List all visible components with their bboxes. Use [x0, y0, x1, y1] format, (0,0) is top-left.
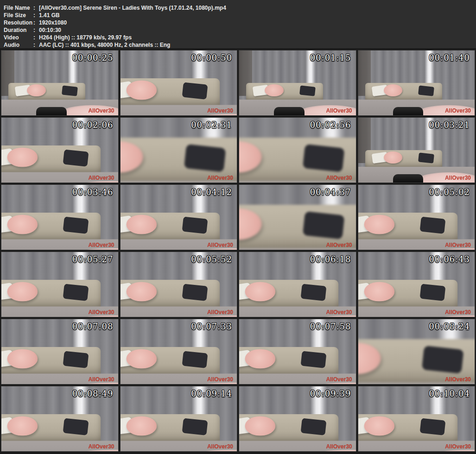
metadata-value: 1.41 GB — [39, 12, 472, 19]
metadata-row: Audio : AAC (LC) :: 401 kbps, 48000 Hz, … — [4, 41, 472, 49]
video-thumbnail[interactable]: 00:04:12 AllOver30 — [121, 185, 237, 250]
metadata-separator: : — [33, 19, 39, 26]
watermark-text: AllOver30 — [445, 443, 471, 450]
dark-pillow-shape — [63, 418, 88, 435]
timestamp-overlay: 00:03:46 — [72, 187, 114, 197]
video-thumbnail[interactable]: 00:08:24 AllOver30 — [358, 319, 475, 384]
dark-pillow-shape — [182, 216, 207, 233]
metadata-separator: : — [33, 26, 39, 34]
pink-pillow-shape — [364, 214, 394, 234]
video-thumbnail[interactable]: 00:06:18 AllOver30 — [239, 252, 356, 317]
timestamp-overlay: 00:07:08 — [72, 322, 114, 331]
video-thumbnail[interactable]: 00:07:08 AllOver30 — [1, 319, 118, 384]
watermark-text: AllOver30 — [445, 175, 471, 181]
video-thumbnail[interactable]: 00:00:50 AllOver30 — [121, 50, 237, 115]
video-thumbnail[interactable]: 00:06:43 AllOver30 — [358, 252, 475, 317]
pink-pillow-shape — [27, 84, 45, 97]
watermark-text: AllOver30 — [445, 309, 471, 315]
video-thumbnail[interactable]: 00:07:33 AllOver30 — [121, 319, 237, 384]
video-thumbnail[interactable]: 00:02:56 AllOver30 — [239, 118, 356, 183]
rug-shape — [239, 182, 356, 183]
watermark-text: AllOver30 — [88, 309, 114, 315]
video-thumbnail[interactable]: 00:10:04 AllOver30 — [358, 386, 475, 451]
dark-pillow-shape — [182, 418, 207, 435]
pink-pillow-shape — [127, 80, 156, 100]
timestamp-overlay: 00:04:37 — [310, 187, 351, 197]
video-thumbnail[interactable]: 00:05:02 AllOver30 — [358, 185, 475, 250]
video-thumbnail[interactable]: 00:02:06 AllOver30 — [1, 118, 118, 183]
watermark-text: AllOver30 — [445, 376, 471, 383]
dark-pillow-shape — [182, 82, 207, 99]
pink-pillow-shape — [127, 416, 156, 436]
metadata-value: AAC (LC) :: 401 kbps, 48000 Hz, 2 channe… — [39, 41, 472, 49]
watermark-text: AllOver30 — [88, 443, 114, 450]
dark-pillow-shape — [63, 149, 88, 166]
metadata-label: Audio — [4, 41, 33, 49]
pink-pillow-shape — [364, 416, 394, 436]
dark-pillow-shape — [419, 284, 445, 301]
dark-pillow-shape — [63, 216, 88, 233]
video-thumbnail[interactable]: 00:02:31 AllOver30 — [121, 118, 237, 183]
dark-pillow-shape — [182, 351, 207, 368]
dark-pillow-shape — [182, 284, 207, 301]
watermark-text: AllOver30 — [326, 107, 352, 114]
timestamp-overlay: 00:08:49 — [72, 389, 114, 398]
timestamp-overlay: 00:00:25 — [72, 53, 114, 63]
video-thumbnail[interactable]: 00:04:37 AllOver30 — [239, 185, 356, 250]
pink-pillow-shape — [127, 349, 156, 369]
timestamp-overlay: 00:07:33 — [191, 322, 232, 331]
timestamp-overlay: 00:00:50 — [191, 53, 232, 63]
metadata-row: File Size : 1.41 GB — [4, 12, 472, 19]
timestamp-overlay: 00:04:12 — [191, 187, 232, 197]
timestamp-overlay: 00:01:15 — [310, 53, 351, 63]
video-thumbnail[interactable]: 00:03:46 AllOver30 — [1, 185, 118, 250]
dark-pillow-shape — [418, 152, 434, 163]
watermark-text: AllOver30 — [445, 107, 471, 114]
timestamp-overlay: 00:01:40 — [429, 53, 470, 63]
metadata-label: Resolution — [4, 19, 33, 26]
video-thumbnail[interactable]: 00:00:25 AllOver30 — [1, 50, 118, 115]
metadata-row: Video : H264 (High) :: 18779 kb/s, 29.97… — [4, 34, 472, 41]
video-thumbnail[interactable]: 00:03:21 AllOver30 — [358, 118, 475, 183]
watermark-text: AllOver30 — [207, 376, 233, 383]
timestamp-overlay: 00:09:39 — [310, 389, 351, 398]
dark-pillow-shape — [421, 346, 463, 373]
metadata-value: 1920x1080 — [39, 19, 472, 26]
watermark-text: AllOver30 — [88, 376, 114, 383]
timestamp-overlay: 00:06:18 — [310, 254, 351, 264]
dark-pillow-shape — [419, 418, 445, 435]
metadata-value: [AllOver30.com] Serene Siren - Ladies Wi… — [39, 4, 472, 12]
dark-object-shape — [393, 174, 423, 183]
timestamp-overlay: 00:02:06 — [72, 120, 114, 130]
pink-pillow-shape — [7, 416, 37, 436]
watermark-text: AllOver30 — [88, 175, 114, 181]
video-thumbnail[interactable]: 00:09:14 AllOver30 — [121, 386, 237, 451]
dark-pillow-shape — [63, 284, 88, 301]
metadata-label: File Name — [4, 4, 33, 12]
watermark-text: AllOver30 — [207, 107, 233, 114]
metadata-label: Video — [4, 34, 33, 41]
watermark-text: AllOver30 — [88, 107, 114, 114]
video-thumbnail[interactable]: 00:01:15 AllOver30 — [239, 50, 356, 115]
dark-pillow-shape — [184, 144, 225, 172]
metadata-row: Duration : 00:10:30 — [4, 26, 472, 34]
dark-pillow-shape — [63, 351, 88, 368]
pink-pillow-shape — [245, 416, 275, 436]
video-thumbnail[interactable]: 00:05:27 AllOver30 — [1, 252, 118, 317]
metadata-separator: : — [33, 34, 39, 41]
metadata-separator: : — [33, 4, 39, 12]
metadata-separator: : — [33, 41, 39, 49]
video-thumbnail[interactable]: 00:09:39 AllOver30 — [239, 386, 356, 451]
watermark-text: AllOver30 — [88, 242, 114, 248]
metadata-label: Duration — [4, 26, 33, 34]
watermark-text: AllOver30 — [326, 242, 352, 248]
timestamp-overlay: 00:10:04 — [429, 389, 470, 398]
watermark-text: AllOver30 — [207, 175, 233, 181]
video-thumbnail[interactable]: 00:07:58 AllOver30 — [239, 319, 356, 384]
rug-shape — [239, 249, 356, 250]
video-thumbnail[interactable]: 00:01:40 AllOver30 — [358, 50, 475, 115]
metadata-separator: : — [33, 12, 39, 19]
video-thumbnail[interactable]: 00:05:52 AllOver30 — [121, 252, 237, 317]
dark-pillow-shape — [300, 284, 326, 301]
video-thumbnail[interactable]: 00:08:49 AllOver30 — [1, 386, 118, 451]
